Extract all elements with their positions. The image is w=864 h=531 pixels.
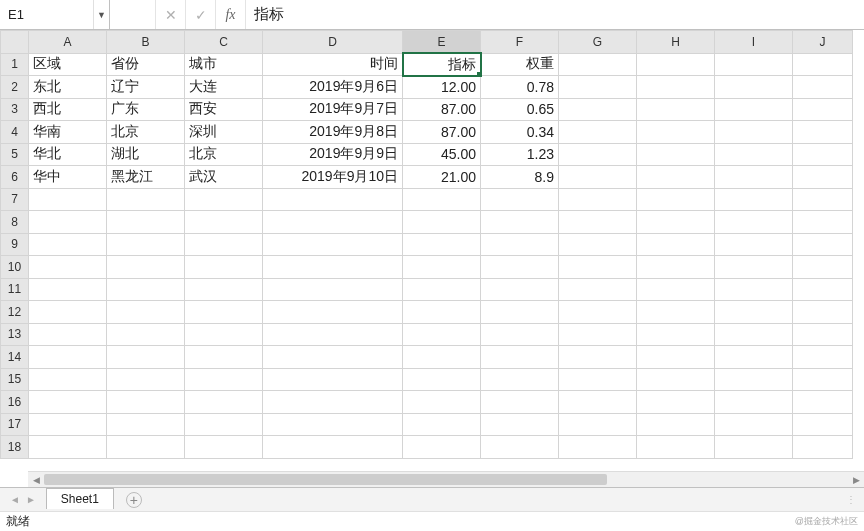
cell[interactable] [637, 143, 715, 166]
cell[interactable] [107, 301, 185, 324]
cell[interactable]: 城市 [185, 53, 263, 76]
cell[interactable] [263, 346, 403, 369]
cell[interactable]: 12.00 [403, 76, 481, 99]
cell[interactable] [29, 368, 107, 391]
cell[interactable] [559, 76, 637, 99]
cell[interactable] [263, 211, 403, 234]
select-all-corner[interactable] [1, 31, 29, 54]
cell[interactable] [481, 346, 559, 369]
row-header[interactable]: 7 [1, 188, 29, 211]
cell[interactable] [793, 233, 853, 256]
cell[interactable] [637, 211, 715, 234]
spreadsheet[interactable]: ABCDEFGHIJ1区域省份城市时间指标权重2东北辽宁大连2019年9月6日1… [0, 30, 853, 459]
cell[interactable] [481, 278, 559, 301]
cell[interactable]: 辽宁 [107, 76, 185, 99]
cell[interactable] [263, 278, 403, 301]
cell[interactable] [185, 436, 263, 459]
cell[interactable] [29, 233, 107, 256]
name-box[interactable]: E1 [0, 0, 93, 29]
row-header[interactable]: 9 [1, 233, 29, 256]
cell[interactable]: 2019年9月8日 [263, 121, 403, 144]
fx-icon[interactable]: fx [216, 0, 246, 29]
cell[interactable] [29, 323, 107, 346]
cell[interactable]: 西北 [29, 98, 107, 121]
cell[interactable] [793, 278, 853, 301]
cell[interactable]: 华南 [29, 121, 107, 144]
cell[interactable]: 2019年9月9日 [263, 143, 403, 166]
tab-nav[interactable]: ◄ ► [0, 494, 46, 505]
cell[interactable] [481, 211, 559, 234]
cell[interactable] [715, 211, 793, 234]
column-header-F[interactable]: F [481, 31, 559, 54]
tabs-more-icon[interactable]: ⋮ [846, 494, 858, 505]
row-header[interactable]: 17 [1, 413, 29, 436]
row-header[interactable]: 10 [1, 256, 29, 279]
cell[interactable]: 大连 [185, 76, 263, 99]
cell[interactable] [403, 413, 481, 436]
cell[interactable] [559, 143, 637, 166]
cell[interactable] [185, 346, 263, 369]
cell[interactable] [107, 346, 185, 369]
row-header[interactable]: 16 [1, 391, 29, 414]
cell[interactable] [793, 436, 853, 459]
cell[interactable]: 45.00 [403, 143, 481, 166]
cell[interactable] [559, 391, 637, 414]
cell[interactable] [715, 256, 793, 279]
scroll-right-icon[interactable]: ▶ [848, 475, 864, 485]
cell[interactable] [263, 301, 403, 324]
cell[interactable] [793, 121, 853, 144]
row-header[interactable]: 8 [1, 211, 29, 234]
cell[interactable] [263, 368, 403, 391]
cell[interactable] [403, 256, 481, 279]
cell[interactable] [715, 166, 793, 189]
cell[interactable] [481, 368, 559, 391]
cell[interactable] [481, 301, 559, 324]
cell[interactable] [107, 436, 185, 459]
cell[interactable] [185, 188, 263, 211]
cell[interactable] [793, 211, 853, 234]
cell[interactable] [793, 256, 853, 279]
cell[interactable] [185, 233, 263, 256]
cell[interactable] [403, 436, 481, 459]
cell[interactable] [715, 121, 793, 144]
cell[interactable] [715, 368, 793, 391]
cell[interactable]: 省份 [107, 53, 185, 76]
cell[interactable]: 华北 [29, 143, 107, 166]
cell[interactable] [263, 436, 403, 459]
cell[interactable] [185, 256, 263, 279]
cell[interactable] [481, 323, 559, 346]
cell[interactable] [793, 166, 853, 189]
cell[interactable] [637, 53, 715, 76]
cell[interactable] [559, 368, 637, 391]
cell[interactable] [403, 368, 481, 391]
cell[interactable] [715, 143, 793, 166]
cell[interactable] [107, 278, 185, 301]
cell[interactable]: 华中 [29, 166, 107, 189]
cell[interactable] [29, 436, 107, 459]
column-header-D[interactable]: D [263, 31, 403, 54]
cell[interactable] [793, 413, 853, 436]
column-header-A[interactable]: A [29, 31, 107, 54]
cell[interactable]: 深圳 [185, 121, 263, 144]
cell[interactable] [559, 436, 637, 459]
cell[interactable] [559, 53, 637, 76]
cell[interactable] [481, 436, 559, 459]
cell[interactable] [715, 436, 793, 459]
sheet-tab-active[interactable]: Sheet1 [46, 488, 114, 509]
cell[interactable] [793, 143, 853, 166]
cell[interactable] [107, 323, 185, 346]
cell[interactable]: 0.65 [481, 98, 559, 121]
cell[interactable] [185, 211, 263, 234]
cell[interactable] [637, 368, 715, 391]
cell[interactable] [715, 346, 793, 369]
cell[interactable] [185, 278, 263, 301]
cell[interactable]: 时间 [263, 53, 403, 76]
cell[interactable] [715, 98, 793, 121]
cell[interactable] [107, 233, 185, 256]
cell[interactable] [263, 391, 403, 414]
cell[interactable] [481, 391, 559, 414]
column-header-G[interactable]: G [559, 31, 637, 54]
cell[interactable] [715, 413, 793, 436]
cell[interactable] [793, 76, 853, 99]
cell[interactable]: 87.00 [403, 121, 481, 144]
